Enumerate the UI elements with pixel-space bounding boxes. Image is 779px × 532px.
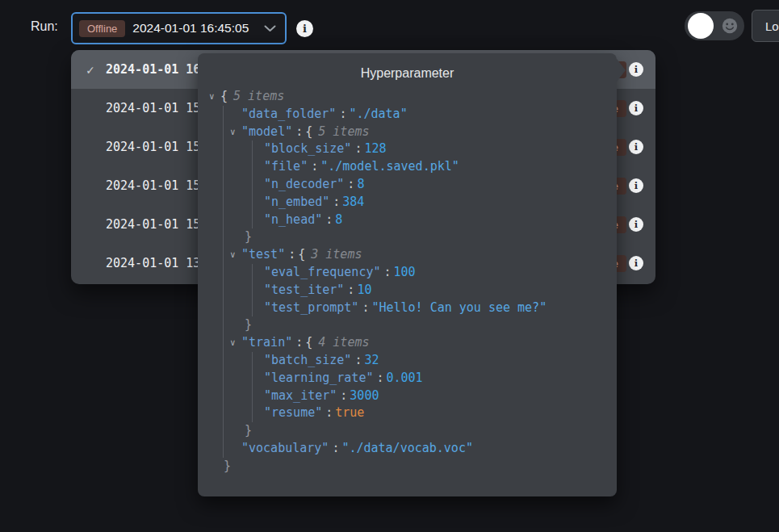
json-line: "n_embed":384 [264,194,617,212]
json-key: "resume" [264,405,322,420]
json-value: 128 [364,141,386,156]
json-colon: : [351,141,364,156]
json-value: 10 [357,283,371,297]
json-line: "vocabulary":"./data/vocab.voc" [230,440,617,458]
toggle-knob [688,13,714,39]
json-line: "file":"./model.saved.pkl" [264,158,617,176]
json-line: ∨"model":{5 items [230,124,617,141]
json-line: "n_head":8 [264,212,617,229]
json-key: "n_head" [264,212,322,227]
json-key: "model" [241,124,292,139]
info-icon[interactable]: i [629,101,643,115]
json-colon: : [373,371,386,385]
json-value: 100 [394,265,416,279]
info-icon[interactable]: i [629,256,643,270]
log-button-label: Log [765,19,779,33]
json-key: "learning_rate" [264,371,373,385]
json-line: } [209,458,617,475]
json-open-brace: { [305,124,318,139]
json-key: "block_size" [264,141,351,156]
json-value: "./data/vocab.voc" [341,441,473,455]
json-line: } [230,422,617,440]
json-key: "max_iter" [264,388,337,403]
json-line: "eval_frequency":100 [264,264,617,282]
json-line: "max_iter":3000 [264,387,617,405]
json-key: "test_prompt" [264,300,358,315]
offline-badge: Offline [79,20,125,37]
json-item-count: 3 items [311,247,362,262]
json-colon: : [292,124,305,139]
json-colon: : [308,159,320,174]
json-open-brace: { [220,89,233,103]
json-colon: : [292,335,305,350]
json-colon: : [329,195,342,209]
json-children-group: "batch_size":32"learning_rate":0.001"max… [252,352,617,422]
json-line: } [230,316,617,334]
run-timestamp: 2024-01-01 13 [106,256,200,270]
log-button[interactable]: Log [752,10,779,42]
json-key: "train" [241,335,292,350]
json-children-group: "eval_frequency":100"test_iter":10"test_… [252,264,617,316]
run-label: Run: [31,19,58,34]
caret-down-icon: ∨ [209,88,220,106]
run-timestamp: 2024-01-01 15 [106,178,200,193]
json-tree: ∨{5 items"data_folder":"./data"∨"model":… [198,88,617,475]
info-icon[interactable]: i [629,140,643,154]
run-timestamp: 2024-01-01 15 [106,217,200,232]
json-children-group: "data_folder":"./data"∨"model":{5 items"… [223,106,617,458]
run-info-icon[interactable]: i [296,20,313,37]
json-line: "resume":true [264,404,617,422]
theme-toggle[interactable] [685,11,744,40]
popup-title: Hyperparameter [198,53,617,81]
json-value: 8 [335,212,342,227]
info-icon[interactable]: i [629,178,643,193]
json-colon: : [322,405,335,420]
json-key: "data_folder" [241,107,336,121]
chevron-down-icon [264,25,276,32]
json-line: "n_decoder":8 [264,176,617,194]
json-value: "./model.saved.pkl" [320,159,459,174]
popup-arrow [617,59,626,82]
caret-down-icon: ∨ [230,246,241,264]
caret-down-icon: ∨ [230,334,241,352]
json-value: 8 [357,177,364,191]
selected-run-value: 2024-01-01 16:45:05 [132,21,249,36]
json-colon: : [322,212,335,227]
json-item-count: 5 items [318,124,369,139]
app-background: { "colors": { "accent": "#4a8fd6", "badg… [0,0,779,532]
json-value: 3000 [350,388,379,403]
json-value: true [335,405,364,420]
json-key: "eval_frequency" [264,265,381,279]
json-colon: : [381,265,394,279]
json-children-group: "block_size":128"file":"./model.saved.pk… [252,140,617,228]
json-line: ∨{5 items [209,88,617,106]
json-colon: : [329,441,341,455]
run-select[interactable]: Offline 2024-01-01 16:45:05 [71,12,287,44]
json-colon: : [351,353,364,367]
json-key: "file" [264,159,308,174]
info-icon[interactable]: i [629,217,643,232]
hyperparameter-popup: Hyperparameter ∨{5 items"data_folder":".… [198,53,617,496]
json-colon: : [344,177,357,191]
json-colon: : [336,107,349,121]
json-colon: : [344,283,357,297]
json-line: "test_prompt":"Hello! Can you see me?" [264,300,617,317]
json-key: "n_decoder" [264,177,344,191]
json-value: 0.001 [387,371,423,385]
run-timestamp: 2024-01-01 15 [106,101,200,115]
json-key: "vocabulary" [241,441,329,455]
json-value: "./data" [349,107,407,121]
caret-down-icon: ∨ [230,124,241,141]
json-item-count: 5 items [233,89,284,103]
json-value: 32 [364,353,379,367]
json-line: "test_iter":10 [264,282,617,300]
json-key: "test" [241,247,285,262]
json-item-count: 4 items [318,335,369,350]
json-line: "batch_size":32 [264,352,617,370]
json-key: "test_iter" [264,283,344,297]
json-line: "data_folder":"./data" [230,106,617,124]
json-open-brace: { [305,335,318,350]
info-icon[interactable]: i [629,62,643,77]
json-line: ∨"test":{3 items [230,246,617,264]
run-timestamp: 2024-01-01 15 [106,140,200,154]
